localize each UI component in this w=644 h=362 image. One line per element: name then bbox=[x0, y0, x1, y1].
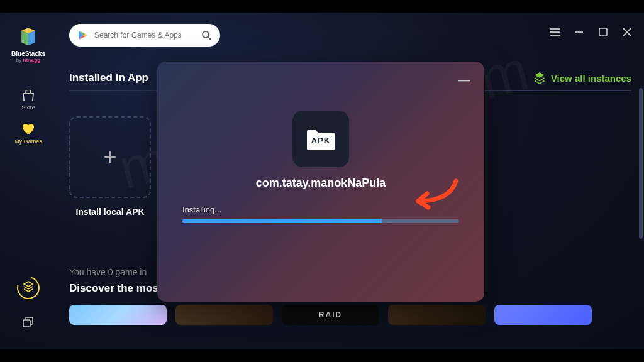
view-all-label: View all instances bbox=[551, 73, 631, 84]
sidebar-item-mygames[interactable]: My Games bbox=[14, 123, 42, 145]
svg-rect-0 bbox=[23, 320, 30, 327]
game-thumb[interactable] bbox=[175, 305, 273, 325]
svg-rect-7 bbox=[599, 28, 607, 36]
plus-icon: + bbox=[103, 144, 116, 170]
layers-icon bbox=[533, 72, 546, 84]
search-icon bbox=[201, 30, 211, 40]
menu-button[interactable] bbox=[550, 26, 561, 38]
game-thumb[interactable] bbox=[494, 305, 592, 325]
maximize-icon bbox=[599, 28, 608, 36]
search-input[interactable] bbox=[94, 31, 195, 40]
heart-icon bbox=[21, 123, 35, 136]
instances-button[interactable] bbox=[13, 272, 43, 303]
logo-title: BlueStacks bbox=[11, 50, 45, 57]
logo-sub: by now.gg bbox=[11, 57, 45, 63]
install-tile-label: Install local APK bbox=[69, 207, 151, 217]
progress-fill bbox=[182, 219, 382, 223]
copy-icon bbox=[23, 317, 34, 328]
game-thumb[interactable] bbox=[69, 305, 167, 325]
apk-badge-text: APK bbox=[182, 136, 459, 145]
sidebar-item-store[interactable]: Store bbox=[21, 89, 35, 111]
svg-point-1 bbox=[203, 31, 209, 38]
maximize-button[interactable] bbox=[597, 26, 609, 38]
hamburger-icon bbox=[550, 28, 560, 36]
game-thumb[interactable]: RAID bbox=[282, 305, 379, 325]
section-title: Installed in App bbox=[69, 72, 148, 84]
modal-minimize-button[interactable]: — bbox=[458, 73, 470, 87]
app-logo: BlueStacks by now.gg bbox=[11, 24, 45, 63]
sidebar-item-label: Store bbox=[21, 104, 35, 111]
search-bar[interactable] bbox=[69, 24, 220, 47]
install-progress-modal: — APK com.tatay.manokNaPula Installing..… bbox=[157, 62, 484, 302]
multi-window-button[interactable] bbox=[23, 317, 34, 331]
scrollbar[interactable] bbox=[639, 88, 643, 239]
store-icon bbox=[21, 89, 35, 102]
progress-bar bbox=[182, 219, 459, 223]
play-store-icon bbox=[78, 30, 88, 40]
sidebar-item-label: My Games bbox=[14, 138, 42, 145]
game-thumb[interactable] bbox=[388, 305, 486, 325]
package-name: com.tatay.manokNaPula bbox=[182, 177, 459, 190]
layers-icon bbox=[23, 281, 34, 295]
install-status: Installing... bbox=[182, 205, 459, 214]
minimize-button[interactable] bbox=[574, 26, 585, 38]
view-all-instances-link[interactable]: View all instances bbox=[533, 72, 631, 84]
minimize-icon bbox=[575, 28, 584, 36]
svg-line-2 bbox=[208, 37, 211, 40]
close-button[interactable] bbox=[621, 26, 633, 38]
close-icon bbox=[623, 28, 631, 36]
install-local-apk-tile[interactable]: + bbox=[69, 116, 151, 198]
